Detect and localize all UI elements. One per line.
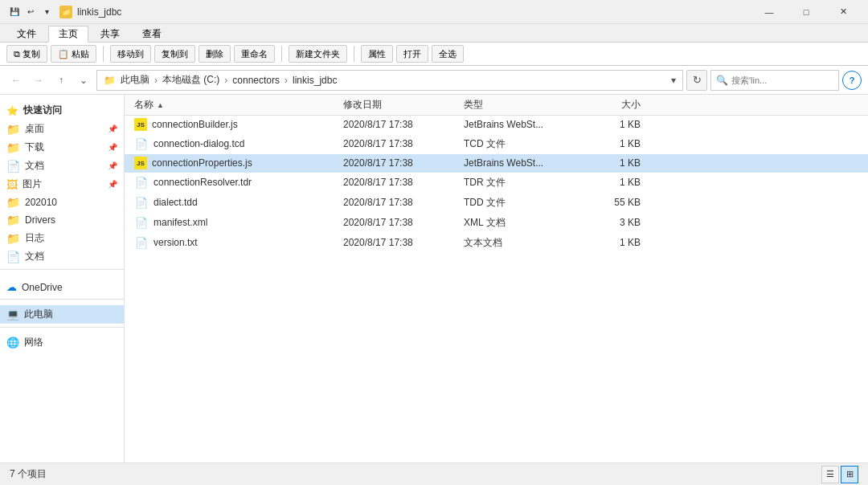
sep1 [103, 46, 104, 62]
sort-arrow: ▲ [157, 101, 164, 109]
search-input[interactable] [731, 75, 833, 85]
folder-icon: 🖼 [6, 178, 18, 191]
sidebar-item-logs[interactable]: 📁 日志 [0, 229, 124, 247]
tab-file[interactable]: 文件 [6, 26, 47, 42]
sidebar-item-onedrive[interactable]: ☁ OneDrive [0, 279, 124, 295]
open-btn[interactable]: 打开 [396, 45, 428, 63]
sidebar-item-desktop[interactable]: 📁 桌面 📌 [0, 120, 124, 138]
list-view-btn[interactable]: ⊞ [841, 466, 858, 483]
recent-locations[interactable]: ⌄ [74, 71, 93, 90]
copy2-btn[interactable]: 复制到 [154, 45, 195, 63]
file-date: 2020/8/17 17:38 [343, 197, 464, 208]
undo-btn[interactable]: ↩ [24, 6, 37, 18]
file-date: 2020/8/17 17:38 [343, 237, 464, 248]
xml-file-icon: 📄 [134, 215, 149, 230]
table-row[interactable]: 📄 connection-dialog.tcd 2020/8/17 17:38 … [125, 134, 868, 154]
cloud-icon: ☁ [6, 281, 17, 293]
crumb-drive[interactable]: 本地磁盘 (C:) [162, 73, 219, 87]
table-row[interactable]: JS connectionBuilder.js 2020/8/17 17:38 … [125, 116, 868, 134]
move-btn[interactable]: 移动到 [110, 45, 151, 63]
folder-breadcrumb-icon: 📁 [104, 75, 116, 86]
up-button[interactable]: ↑ [51, 71, 71, 90]
table-row[interactable]: 📄 manifest.xml 2020/8/17 17:38 XML 文档 3 … [125, 213, 868, 233]
file-date: 2020/8/17 17:38 [343, 119, 464, 130]
file-type: JetBrains WebSt... [464, 157, 576, 169]
file-type: XML 文档 [464, 216, 576, 230]
newfolder-btn[interactable]: 新建文件夹 [289, 45, 347, 63]
select-all-btn[interactable]: 全选 [432, 45, 464, 63]
rename-btn[interactable]: 重命名 [234, 45, 275, 63]
details-view-btn[interactable]: ☰ [821, 466, 839, 483]
tab-share[interactable]: 共享 [90, 26, 130, 42]
file-size: 1 KB [576, 119, 641, 130]
maximize-button[interactable]: □ [788, 0, 825, 24]
title-bar-left: 💾 ↩ ▾ 📁 linkis_jdbc [6, 6, 121, 18]
pin-icon: 📌 [108, 161, 117, 170]
file-name: 📄 manifest.xml [134, 215, 343, 230]
paste-btn[interactable]: 📋 粘贴 [51, 45, 96, 63]
file-type: TDR 文件 [464, 176, 576, 190]
sidebar-item-documents[interactable]: 📄 文档 📌 [0, 157, 124, 175]
minimize-button[interactable]: — [751, 0, 788, 24]
sep2 [281, 46, 282, 62]
folder-icon: 📁 [6, 196, 20, 209]
sidebar-item-pictures[interactable]: 🖼 图片 📌 [0, 175, 124, 194]
table-row[interactable]: JS connectionProperties.js 2020/8/17 17:… [125, 154, 868, 173]
refresh-button[interactable]: ↻ [686, 70, 707, 91]
col-size-header[interactable]: 大小 [576, 98, 641, 112]
file-list: 名称 ▲ 修改日期 类型 大小 JS connectionBuilder.js … [125, 95, 868, 463]
file-size: 1 KB [576, 237, 641, 248]
view-buttons: ☰ ⊞ [821, 466, 858, 483]
crumb-pc[interactable]: 此电脑 [121, 73, 149, 87]
sidebar-item-thispc[interactable]: 💻 此电脑 [0, 305, 124, 324]
generic-file-icon: 📄 [134, 175, 149, 190]
sep3 [354, 46, 354, 62]
folder-icon: 📁 [6, 232, 20, 245]
close-button[interactable]: ✕ [825, 0, 862, 24]
sidebar-item-downloads[interactable]: 📁 下载 📌 [0, 138, 124, 157]
file-size: 1 KB [576, 138, 641, 149]
properties-btn[interactable]: 属性 [361, 45, 393, 63]
address-bar[interactable]: 📁 此电脑 › 本地磁盘 (C:) › connectors › linkis_… [96, 70, 683, 91]
copy-btn[interactable]: ⧉ 复制 [6, 45, 47, 63]
tab-home[interactable]: 主页 [48, 26, 88, 43]
file-list-header: 名称 ▲ 修改日期 类型 大小 [125, 95, 868, 116]
help-button[interactable]: ? [842, 71, 862, 90]
forward-button[interactable]: → [29, 71, 48, 90]
sidebar-item-network[interactable]: 🌐 网络 [0, 333, 124, 352]
folder-icon: 📄 [6, 160, 20, 173]
col-name-header[interactable]: 名称 ▲ [134, 98, 343, 112]
table-row[interactable]: 📄 dialect.tdd 2020/8/17 17:38 TDD 文件 55 … [125, 193, 868, 213]
folder-icon: 📁 [6, 214, 20, 226]
dropdown-btn[interactable]: ▾ [40, 6, 53, 18]
address-bar-area: ← → ↑ ⌄ 📁 此电脑 › 本地磁盘 (C:) › connectors ›… [0, 66, 868, 95]
file-size: 1 KB [576, 157, 641, 169]
file-type: TDD 文件 [464, 196, 576, 210]
sidebar-item-202010[interactable]: 📁 202010 [0, 194, 124, 211]
network-icon: 🌐 [6, 336, 19, 348]
sidebar-item-docs2[interactable]: 📄 文档 [0, 247, 124, 266]
file-size: 3 KB [576, 217, 641, 228]
crumb-linkis[interactable]: linkis_jdbc [293, 75, 337, 86]
quick-access-icon: ⭐ [6, 105, 18, 116]
pin-icon: 📌 [108, 124, 117, 133]
file-type: TCD 文件 [464, 137, 576, 151]
window-controls: — □ ✕ [751, 0, 862, 24]
address-dropdown[interactable]: ▾ [671, 75, 676, 86]
table-row[interactable]: 📄 connectionResolver.tdr 2020/8/17 17:38… [125, 173, 868, 193]
delete-btn[interactable]: 删除 [199, 45, 231, 63]
col-date-header[interactable]: 修改日期 [343, 98, 464, 112]
paste-icon: 📋 [58, 49, 69, 59]
pc-icon: 💻 [6, 308, 19, 320]
crumb-connectors[interactable]: connectors [232, 75, 280, 86]
table-row[interactable]: 📄 version.txt 2020/8/17 17:38 文本文档 1 KB [125, 233, 868, 253]
file-date: 2020/8/17 17:38 [343, 138, 464, 149]
back-button[interactable]: ← [6, 71, 26, 90]
sidebar-item-drivers[interactable]: 📁 Drivers [0, 211, 124, 229]
file-date: 2020/8/17 17:38 [343, 177, 464, 188]
tab-view[interactable]: 查看 [132, 26, 172, 42]
title-bar-actions: 💾 ↩ ▾ [6, 6, 55, 18]
search-box[interactable]: 🔍 [710, 70, 839, 91]
quick-access-toolbar[interactable]: 💾 [8, 6, 21, 18]
col-type-header[interactable]: 类型 [464, 98, 576, 112]
